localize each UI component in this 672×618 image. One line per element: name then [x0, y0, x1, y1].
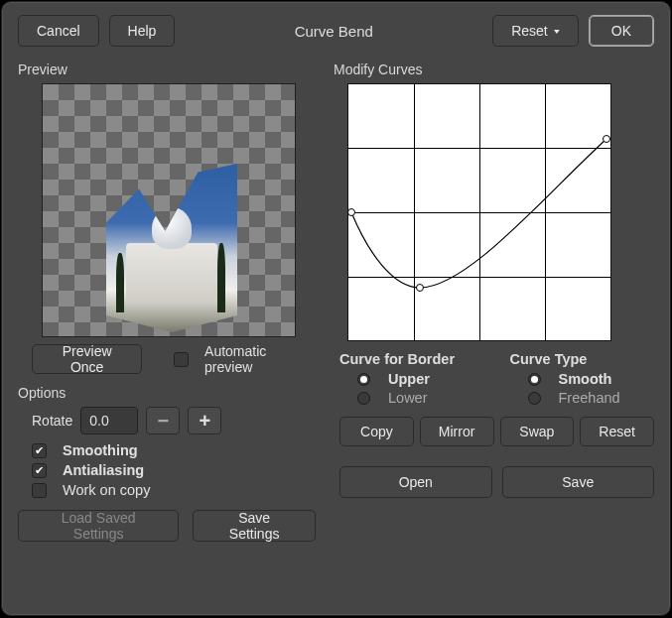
work-on-copy-label: Work on copy — [63, 482, 150, 498]
help-button[interactable]: Help — [109, 15, 176, 47]
options-heading: Options — [18, 385, 316, 401]
upper-radio[interactable] — [357, 373, 370, 386]
reset-label: Reset — [511, 23, 548, 39]
open-button[interactable]: Open — [339, 466, 492, 498]
automatic-preview-label: Automatic preview — [204, 343, 316, 375]
svg-point-8 — [604, 136, 610, 143]
svg-point-6 — [348, 209, 355, 216]
smooth-radio[interactable] — [528, 373, 541, 386]
curve-editor[interactable] — [347, 83, 611, 341]
preview-canvas — [42, 83, 296, 337]
smoothing-label: Smoothing — [63, 442, 138, 458]
load-saved-settings-button[interactable]: Load Saved Settings — [18, 510, 179, 542]
rotate-label: Rotate — [32, 413, 72, 429]
copy-button[interactable]: Copy — [339, 417, 414, 446]
lower-radio[interactable] — [357, 392, 370, 405]
smoothing-checkbox[interactable] — [32, 443, 47, 458]
swap-button[interactable]: Swap — [500, 417, 575, 446]
save-button[interactable]: Save — [502, 466, 655, 498]
rotate-increment[interactable]: + — [188, 407, 221, 434]
save-settings-button[interactable]: Save Settings — [193, 510, 316, 542]
preview-image — [106, 164, 237, 332]
dialog-window: Cancel Help Curve Bend Reset ▾ OK Previe… — [1, 1, 671, 616]
freehand-label: Freehand — [559, 390, 620, 406]
preview-heading: Preview — [18, 62, 316, 77]
reset-dropdown-button[interactable]: Reset ▾ — [492, 15, 579, 47]
chevron-down-icon: ▾ — [554, 26, 560, 35]
rotate-input[interactable]: 0.0 — [80, 407, 138, 434]
modify-curves-heading: Modify Curves — [334, 62, 654, 77]
cancel-button[interactable]: Cancel — [18, 15, 99, 47]
dialog-title: Curve Bend — [185, 23, 482, 40]
freehand-radio[interactable] — [528, 392, 541, 405]
antialiasing-checkbox[interactable] — [32, 463, 47, 478]
rotate-decrement[interactable]: − — [146, 407, 180, 434]
curve-border-heading: Curve for Border — [339, 351, 484, 367]
titlebar: Cancel Help Curve Bend Reset ▾ OK — [18, 14, 654, 48]
work-on-copy-checkbox[interactable] — [32, 483, 47, 498]
lower-label: Lower — [388, 390, 428, 406]
automatic-preview-checkbox[interactable] — [174, 352, 189, 367]
antialiasing-label: Antialiasing — [63, 462, 144, 478]
svg-point-7 — [417, 285, 424, 292]
curve-type-heading: Curve Type — [510, 351, 655, 367]
upper-label: Upper — [388, 371, 430, 387]
smooth-label: Smooth — [559, 371, 612, 387]
ok-button[interactable]: OK — [589, 15, 654, 47]
preview-once-button[interactable]: Preview Once — [32, 344, 142, 374]
curve-reset-button[interactable]: Reset — [580, 417, 654, 446]
mirror-button[interactable]: Mirror — [420, 417, 494, 446]
